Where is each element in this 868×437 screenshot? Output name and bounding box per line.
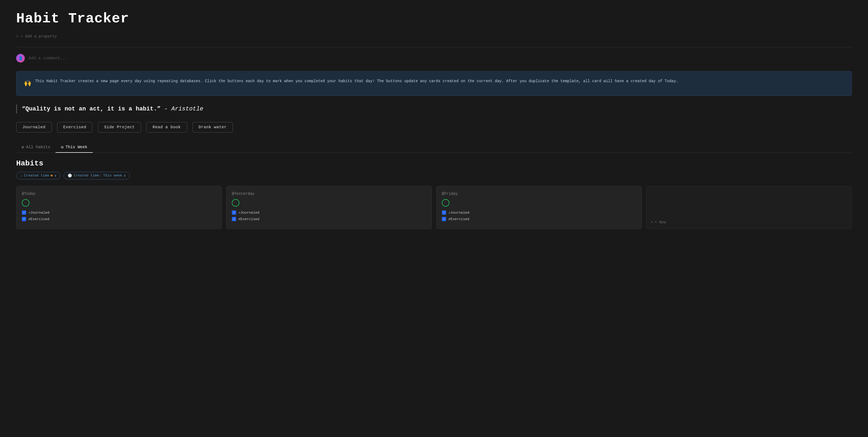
card-friday-habit-2: ✗Exercised [442,217,636,221]
checkbox-journaled-yesterday[interactable] [232,210,236,215]
habit-journaled-friday-label: ↗Journaled [448,210,469,215]
tab-all-habits-label: All habits [26,145,50,149]
info-emoji: 🙌 [24,78,31,89]
new-label: + New [654,220,666,225]
habit-button-read-book[interactable]: Read a book [146,122,187,133]
checkbox-exercised-friday[interactable] [442,217,446,221]
add-property-button[interactable]: + + Add a property [16,33,852,40]
card-empty: + + New [646,186,852,229]
info-text: This Habit Tracker creates a new page ev… [35,78,678,89]
quote-text: “Quality is not an act, it is a habit.” [22,106,161,112]
tabs-row: ⊞ All habits ⊟ This Week [16,142,852,153]
page-title: Habit Tracker [16,11,852,27]
filter-this-week-label: Created time: This week [73,173,122,177]
card-today-habit-2: ✗Exercised [22,217,216,221]
grid-icon: ⊟ [61,145,63,149]
card-friday-circle [442,199,450,207]
plus-icon: + [16,34,18,38]
card-today-date: @Today [22,192,216,196]
checkbox-exercised-today[interactable] [22,217,26,221]
checkbox-journaled-today[interactable] [22,210,26,215]
card-today-circle [22,199,29,207]
habit-button-exercised[interactable]: Exercised [57,122,93,133]
habit-button-journaled[interactable]: Journaled [16,122,52,133]
filter-created-time-this-week[interactable]: 🕐 Created time: This week ∨ [64,172,130,179]
habit-buttons-row: Journaled Exercised Side Project Read a … [16,122,852,133]
divider [16,47,852,47]
card-friday: @Friday ↗Journaled ✗Exercised [436,186,642,229]
comment-placeholder[interactable]: Add a comment... [29,56,67,61]
new-card-button[interactable]: + + New [651,220,666,225]
habit-exercised-yesterday-label: ✗Exercised [238,217,259,221]
chevron-down-icon: ∨ [54,173,56,178]
card-yesterday: @Yesterday ↗Journaled ✗Exercised [226,186,432,229]
card-today-habit-1: ↗Journaled [22,210,216,215]
cards-grid: @Today ↗Journaled ✗Exercised @Yesterday … [16,186,852,229]
card-yesterday-date: @Yesterday [232,192,426,196]
habit-journaled-yesterday-label: ↗Journaled [238,210,259,215]
avatar: 👤 [16,54,25,63]
tab-all-habits[interactable]: ⊞ All habits [16,142,56,153]
filters-row: ↓ Created time ∨ 🕐 Created time: This we… [16,172,852,179]
filter-dot [51,175,53,176]
sort-arrow-icon: ↓ [20,173,22,177]
filter-created-time[interactable]: ↓ Created time ∨ [16,172,60,179]
tab-this-week[interactable]: ⊟ This Week [56,142,92,153]
card-yesterday-circle [232,199,239,207]
habit-button-drank-water[interactable]: Drank water [192,122,233,133]
checkbox-journaled-friday[interactable] [442,210,446,215]
habit-exercised-friday-label: ✗Exercised [448,217,469,221]
card-yesterday-habit-1: ↗Journaled [232,210,426,215]
quote-author: - Aristotle [164,106,203,112]
comment-row: 👤 Add a comment... [16,54,852,63]
section-title: Habits [16,159,852,168]
habit-exercised-today-label: ✗Exercised [28,217,49,221]
card-friday-date: @Friday [442,192,636,196]
card-yesterday-habit-2: ✗Exercised [232,217,426,221]
chevron-down-icon-2: ∨ [124,173,126,178]
habit-button-side-project[interactable]: Side Project [98,122,141,133]
table-icon: ⊞ [22,145,24,149]
filter-created-time-label: Created time [24,173,49,177]
quote-block: “Quality is not an act, it is a habit.” … [16,104,852,113]
card-today: @Today ↗Journaled ✗Exercised [16,186,222,229]
checkbox-exercised-yesterday[interactable] [232,217,236,221]
card-friday-habit-1: ↗Journaled [442,210,636,215]
habit-journaled-today-label: ↗Journaled [28,210,49,215]
plus-new-icon: + [651,220,653,225]
info-box: 🙌 This Habit Tracker creates a new page … [16,71,852,96]
clock-icon: 🕐 [68,173,72,178]
add-property-label: + Add a property [21,34,57,38]
tab-this-week-label: This Week [65,145,87,149]
